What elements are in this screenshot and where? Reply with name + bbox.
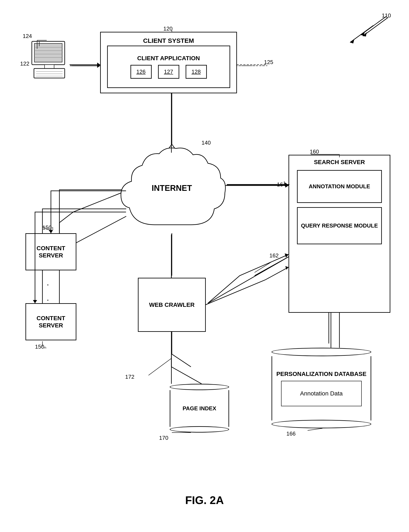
ref-160: 160	[310, 148, 319, 155]
svg-line-65	[149, 358, 171, 375]
svg-marker-55	[33, 300, 37, 303]
annotation-module-box: ANNOTATION MODULE	[297, 170, 382, 203]
svg-line-21	[361, 17, 386, 35]
perso-cylinder-body: PERSONALIZATION DATABASE Annotation Data	[271, 356, 371, 421]
ref-120: 120	[163, 26, 172, 32]
svg-marker-29	[285, 253, 288, 258]
svg-rect-41	[34, 68, 65, 78]
ref-164: 164	[277, 181, 286, 188]
svg-line-48	[363, 17, 388, 36]
computer-icon	[30, 39, 69, 81]
internet-cloud: INTERNET	[117, 144, 227, 235]
module-126: 126	[130, 65, 152, 79]
ref-170: 170	[159, 435, 168, 441]
svg-line-28	[171, 367, 202, 384]
svg-marker-49	[363, 32, 367, 37]
svg-rect-40	[45, 65, 54, 68]
svg-line-16	[208, 255, 293, 303]
svg-rect-35	[34, 44, 62, 62]
client-system-box: CLIENT SYSTEM CLIENT APPLICATION 126 127…	[100, 32, 237, 93]
ref-124: 124	[23, 33, 32, 39]
content-server-n-box: CONTENT SERVER	[26, 303, 76, 340]
svg-line-0	[350, 26, 373, 42]
svg-marker-32	[97, 64, 100, 68]
cylinder-bottom	[170, 426, 229, 432]
client-application-box: CLIENT APPLICATION 126 127 128	[107, 46, 230, 88]
svg-marker-60	[97, 63, 100, 67]
ref-166: 166	[286, 431, 296, 437]
svg-marker-1	[350, 39, 354, 44]
ref-150-1: 150₁	[42, 224, 54, 231]
diagram: 110 120 122 124 125 CLIENT SYSTEM CLIENT…	[0, 0, 409, 532]
perso-cylinder-bottom	[271, 420, 371, 428]
client-system-label: CLIENT SYSTEM	[143, 37, 194, 44]
svg-text:INTERNET: INTERNET	[152, 184, 192, 193]
ref-150-n: 150ₙ	[35, 343, 46, 350]
web-crawler-box: WEB CRAWLER	[138, 278, 206, 332]
personalization-db-cylinder: PERSONALIZATION DATABASE Annotation Data	[271, 348, 371, 428]
module-128: 128	[186, 65, 207, 79]
cylinder-body: PAGE INDEX	[170, 390, 229, 427]
page-index-cylinder: PAGE INDEX	[170, 384, 229, 432]
module-127: 127	[158, 65, 179, 79]
cylinder-top	[170, 384, 229, 390]
query-response-box: QUERY RESPONSE MODULE	[297, 207, 382, 244]
ref-125: 125	[264, 59, 273, 65]
svg-marker-57	[285, 266, 288, 270]
ref-140: 140	[202, 139, 211, 146]
client-application-label: CLIENT APPLICATION	[137, 55, 200, 62]
ref-162: 162	[270, 252, 279, 259]
annotation-data-box: Annotation Data	[281, 381, 362, 406]
search-server-box: SEARCH SERVER ANNOTATION MODULE QUERY RE…	[288, 155, 390, 313]
ref-122: 122	[20, 60, 29, 67]
ref-172: 172	[125, 374, 134, 380]
svg-line-6	[59, 212, 73, 223]
svg-line-15	[172, 354, 191, 367]
perso-cylinder-top	[271, 348, 371, 356]
figure-caption: FIG. 2A	[185, 494, 224, 506]
content-server-1-box: CONTENT SERVER	[26, 233, 76, 270]
ref-110: 110	[382, 12, 391, 19]
svg-marker-22	[361, 31, 365, 36]
svg-line-70	[255, 262, 271, 273]
svg-line-67	[307, 428, 322, 431]
